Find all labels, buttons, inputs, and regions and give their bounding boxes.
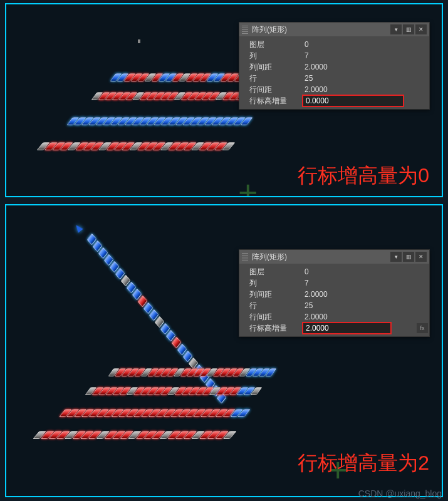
- grip-icon[interactable]: [242, 252, 248, 261]
- dropdown-icon[interactable]: ▾: [390, 252, 402, 262]
- panel-title: 阵列(矩形): [252, 252, 389, 262]
- close-icon[interactable]: ✕: [415, 252, 427, 262]
- property-row[interactable]: 行间距2.0000: [239, 311, 429, 323]
- array-row: [88, 387, 259, 395]
- property-key: 行间距: [239, 85, 302, 95]
- property-key: 图层: [239, 39, 302, 50]
- viewport-top[interactable]: 阵列(矩形) ▾ ▥ ✕ 图层0列7列间距2.0000行25行间距2.0000行…: [5, 3, 443, 197]
- property-value[interactable]: 2.0000: [302, 322, 392, 334]
- property-key: 列: [239, 51, 302, 61]
- properties-panel-bottom[interactable]: 阵列(矩形) ▾ ▥ ✕ 图层0列7列间距2.0000行25行间距2.0000行…: [239, 249, 430, 337]
- property-value[interactable]: 7: [302, 279, 429, 287]
- panel-header[interactable]: 阵列(矩形) ▾ ▥ ✕: [239, 250, 429, 264]
- property-row[interactable]: 列7: [239, 277, 429, 289]
- property-row[interactable]: 行25: [239, 73, 429, 84]
- panel-body: 图层0列7列间距2.0000行25行间距2.0000行标高增量0.0000: [239, 36, 429, 109]
- properties-panel-top[interactable]: 阵列(矩形) ▾ ▥ ✕ 图层0列7列间距2.0000行25行间距2.0000行…: [239, 22, 430, 110]
- viewport-bottom[interactable]: 阵列(矩形) ▾ ▥ ✕ 图层0列7列间距2.0000行25行间距2.0000行…: [5, 204, 443, 497]
- property-key: 行间距: [239, 312, 302, 323]
- property-row[interactable]: 行25: [239, 300, 429, 311]
- array-row: [70, 117, 250, 125]
- property-key: 行标高增量: [239, 323, 302, 334]
- panel-header[interactable]: 阵列(矩形) ▾ ▥ ✕: [239, 23, 429, 36]
- array-row: [111, 368, 274, 376]
- property-value[interactable]: 2.0000: [302, 312, 429, 321]
- close-icon[interactable]: ✕: [415, 24, 427, 34]
- dropdown-icon[interactable]: ▾: [390, 24, 402, 34]
- property-key: 列: [239, 278, 302, 289]
- property-row[interactable]: 列间距2.0000: [239, 61, 429, 73]
- property-key: 行: [239, 301, 302, 311]
- property-key: 图层: [239, 267, 302, 277]
- property-value[interactable]: 25: [302, 301, 429, 310]
- property-row[interactable]: 图层0: [239, 266, 429, 277]
- property-value[interactable]: 0: [302, 40, 429, 49]
- caption-bottom: 行标增高量为2: [298, 450, 429, 477]
- property-key: 行: [239, 73, 302, 84]
- property-value[interactable]: 2.0000: [302, 85, 429, 94]
- property-key: 列间距: [239, 62, 302, 73]
- property-key: 行标高增量: [239, 96, 302, 106]
- array-row: [40, 142, 232, 150]
- fx-icon[interactable]: fx: [417, 323, 428, 333]
- property-value[interactable]: 2.0000: [302, 63, 429, 71]
- array-row: [36, 431, 233, 439]
- caption-top: 行标增高量为0: [298, 162, 429, 190]
- panel-title: 阵列(矩形): [252, 24, 389, 35]
- property-key: 列间距: [239, 289, 302, 300]
- grip-icon[interactable]: [242, 25, 248, 34]
- property-row[interactable]: 列7: [239, 50, 429, 61]
- property-row[interactable]: 行间距2.0000: [239, 84, 429, 95]
- array-elevated-diagonal: [81, 230, 244, 431]
- watermark: CSDN @uxiang_blog: [358, 488, 442, 498]
- property-row[interactable]: 列间距2.0000: [239, 289, 429, 300]
- panel-body: 图层0列7列间距2.0000行25行间距2.0000行标高增量2.0000fx: [239, 264, 429, 336]
- property-value[interactable]: 0.0000: [302, 95, 404, 107]
- ui-toggle-icon[interactable]: ▥: [403, 252, 414, 262]
- property-value[interactable]: 0: [302, 267, 429, 276]
- property-row[interactable]: 行标高增量0.0000: [239, 95, 429, 106]
- property-row[interactable]: 图层0: [239, 39, 429, 50]
- property-row[interactable]: 行标高增量2.0000fx: [239, 323, 429, 334]
- property-value[interactable]: 2.0000: [302, 290, 429, 299]
- property-value[interactable]: 7: [302, 51, 429, 60]
- ui-toggle-icon[interactable]: ▥: [403, 24, 414, 34]
- property-value[interactable]: 25: [302, 74, 429, 83]
- marker: [138, 39, 140, 43]
- array-row: [62, 409, 247, 417]
